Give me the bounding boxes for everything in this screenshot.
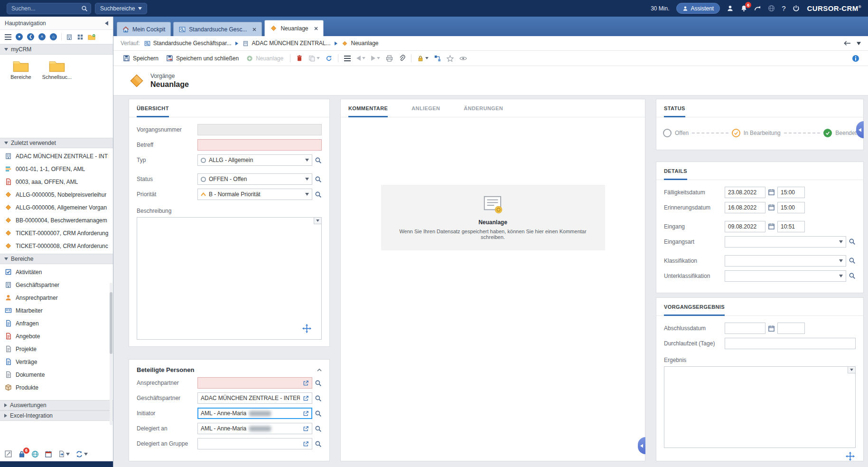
history-back-icon[interactable] — [844, 40, 851, 46]
open-record-icon[interactable] — [303, 426, 309, 432]
lookup-icon[interactable] — [315, 410, 322, 417]
favorite-button[interactable] — [445, 54, 455, 63]
chevron-down-icon[interactable] — [305, 178, 309, 181]
unterklassifikation-select[interactable] — [725, 270, 846, 282]
menu-icon[interactable] — [5, 34, 11, 40]
sidebar-item-ansprechpartner[interactable]: Ansprechpartner — [0, 291, 113, 304]
abschlusszeit-input[interactable] — [777, 323, 805, 334]
erinnerungsdatum-input[interactable] — [725, 202, 765, 213]
recent-item[interactable]: 0001-01, 1-1, OFFEN, AML — [0, 162, 113, 175]
close-icon[interactable] — [314, 27, 318, 30]
sidebar-scrollbar[interactable] — [110, 283, 112, 425]
list-button[interactable] — [343, 54, 352, 63]
sidebar-item-vertraege[interactable]: Verträge — [0, 355, 113, 368]
durchlaufzeit-input[interactable] — [725, 338, 856, 349]
recent-item[interactable]: TICKET-0000008, CRM Anforderunc — [0, 239, 113, 252]
delete-button[interactable] — [295, 53, 304, 63]
tab-standardsuche[interactable]: Standardsuche Gesc... — [173, 22, 262, 36]
sidebar-item-mitarbeiter[interactable]: Mitarbeiter — [0, 304, 113, 317]
auth-lock-icon[interactable]: 6 — [18, 450, 26, 458]
section-auswertungen[interactable]: Auswertungen — [0, 400, 113, 410]
user-icon[interactable] — [727, 5, 734, 12]
workflow-button[interactable] — [433, 54, 442, 63]
open-record-icon[interactable] — [303, 395, 309, 401]
textarea-menu-icon[interactable] — [314, 217, 322, 224]
save-button[interactable]: Speichern — [121, 53, 161, 63]
breadcrumb-item-standardsuche[interactable]: Standardsuche Geschäftspar... — [144, 40, 232, 47]
section-excel-integration[interactable]: Excel-Integration — [0, 410, 113, 421]
eingang-datum-input[interactable] — [725, 221, 765, 232]
globe-icon[interactable] — [768, 5, 775, 12]
redo-icon[interactable] — [754, 5, 761, 12]
copy-button[interactable] — [307, 54, 321, 63]
list-view-icon[interactable] — [77, 34, 84, 40]
tab-mein-cockpit[interactable]: Mein Cockpit — [117, 22, 171, 36]
org-tree-icon[interactable] — [66, 34, 73, 40]
section-recent[interactable]: Zuletzt verwendet — [0, 138, 113, 148]
tab-uebersicht[interactable]: ÜBERSICHT — [137, 105, 169, 117]
textarea-menu-icon[interactable] — [848, 366, 856, 373]
folder-bereiche[interactable]: Bereiche — [6, 59, 36, 80]
calendar-icon[interactable] — [768, 325, 775, 332]
betreff-input[interactable] — [197, 139, 322, 151]
next-record-button[interactable] — [370, 54, 382, 62]
calendar-icon[interactable] — [768, 223, 775, 230]
save-and-close-button[interactable]: Speichern und schließen — [164, 53, 241, 63]
lookup-icon[interactable] — [849, 272, 856, 279]
lookup-icon[interactable] — [315, 191, 322, 198]
chevron-down-icon[interactable] — [305, 159, 309, 162]
lookup-icon[interactable] — [849, 257, 856, 264]
klassifikation-select[interactable] — [725, 255, 846, 267]
help-icon[interactable]: ? — [782, 4, 785, 12]
move-resize-icon[interactable] — [846, 452, 855, 461]
calendar-icon[interactable] — [768, 189, 775, 196]
permissions-button[interactable] — [416, 54, 430, 63]
recent-item[interactable]: ALLG-0000005, Nobelpreisverleihur — [0, 188, 113, 201]
watch-button[interactable] — [458, 54, 468, 63]
power-icon[interactable] — [793, 5, 800, 12]
sidebar-collapse-icon[interactable] — [105, 21, 108, 26]
search-scope-button[interactable]: Suchbereiche — [95, 3, 147, 14]
move-resize-icon[interactable] — [302, 324, 311, 333]
recent-item[interactable]: ALLG-0000006, Allgemeiner Vorgan — [0, 201, 113, 214]
prev-record-button[interactable] — [355, 54, 367, 62]
sidebar-item-anfragen[interactable]: Anfragen — [0, 317, 113, 330]
recent-item[interactable]: ADAC MÜNCHEN ZENTRALE - INTE — [0, 150, 113, 162]
recent-item[interactable]: BB-0000004, Beschwerdemanagem — [0, 214, 113, 227]
recent-item[interactable]: TICKET-0000007, CRM Anforderung — [0, 227, 113, 239]
section-mycrm[interactable]: myCRM — [0, 44, 113, 55]
geschaeftspartner-field[interactable]: ADAC MÜNCHEN ZENTRALE - INTERE... — [197, 392, 312, 404]
calendar-icon[interactable] — [768, 204, 775, 211]
chevron-down-icon[interactable] — [839, 240, 843, 243]
chevron-down-icon[interactable] — [839, 275, 843, 277]
chevron-down-icon[interactable] — [857, 42, 861, 45]
back-circle-icon[interactable]: ❮ — [27, 33, 34, 40]
initiator-field[interactable]: AML - Anne-Maria — [197, 408, 312, 419]
lookup-icon[interactable] — [315, 380, 322, 387]
lookup-icon[interactable] — [315, 176, 322, 183]
lookup-icon[interactable] — [315, 157, 322, 164]
open-record-icon[interactable] — [303, 441, 309, 447]
tab-anliegen[interactable]: ANLIEGEN — [411, 105, 440, 117]
abschlussdatum-input[interactable] — [725, 323, 765, 334]
eingang-zeit-input[interactable] — [777, 221, 805, 232]
global-search[interactable] — [7, 3, 91, 14]
ergebnis-textarea[interactable] — [664, 366, 856, 448]
lookup-icon[interactable] — [849, 238, 856, 245]
beschreibung-textarea[interactable] — [137, 217, 322, 340]
search-input[interactable] — [7, 3, 91, 14]
assistant-button[interactable]: Assistent — [676, 3, 720, 14]
panel-collapse-handle[interactable] — [638, 437, 645, 454]
collapse-section-icon[interactable] — [317, 368, 322, 372]
sidebar-item-projekte[interactable]: Projekte — [0, 343, 113, 355]
home-circle-icon[interactable]: ⌂ — [50, 33, 57, 40]
scrollbar-thumb[interactable] — [110, 292, 112, 354]
export-icon[interactable] — [58, 450, 70, 457]
close-icon[interactable] — [252, 28, 256, 31]
sync-icon[interactable] — [75, 450, 88, 458]
up-circle-icon[interactable]: ˄ — [38, 33, 46, 40]
faelligkeitszeit-input[interactable] — [777, 187, 805, 198]
chevron-down-icon[interactable] — [839, 259, 843, 262]
lookup-icon[interactable] — [315, 395, 322, 402]
erinnerungszeit-input[interactable] — [777, 202, 805, 213]
